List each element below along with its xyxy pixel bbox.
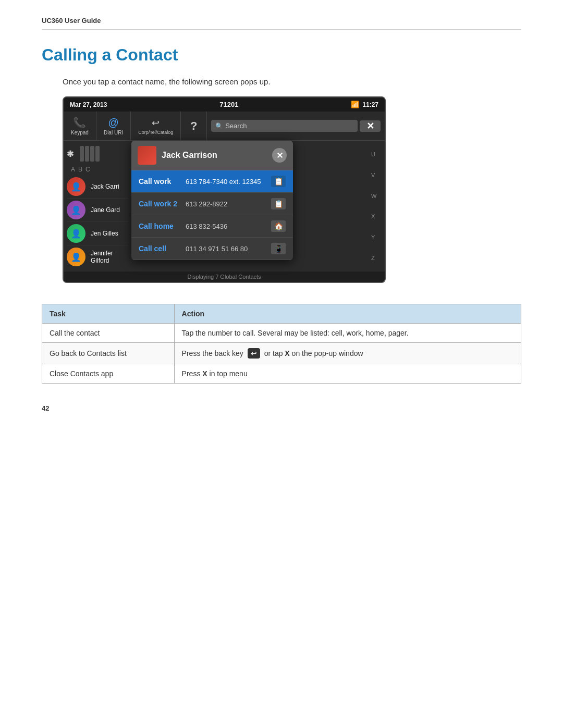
global-contacts-status: Displaying 7 Global Contacts [187, 274, 261, 280]
contacts-icon: ↩ [152, 117, 160, 129]
call-home-btn[interactable]: Call home 613 832-5436 🏠 [131, 215, 293, 238]
nav-search-area: 🔍 Search ✕ [207, 112, 385, 140]
avatar-img: 👤 [67, 177, 85, 196]
contact-row[interactable]: 👤 Jennifer Gilford [67, 245, 128, 268]
nav-contacts-btn[interactable]: ↩ Corp/Tel/Catalog [131, 112, 181, 140]
contact-name[interactable]: Jane Gard [91, 206, 120, 214]
alpha-x: X [371, 213, 383, 219]
phone-icon: 📞 [73, 116, 86, 129]
action-cell-1: Tap the number to call. Several may be l… [174, 324, 521, 343]
right-area: U V W X Y Z don by Jack Gar [131, 141, 385, 272]
task-cell-3: Close Contacts app [42, 364, 175, 384]
at-icon: @ [108, 117, 118, 129]
contact-name[interactable]: Jen Gilles [91, 230, 118, 237]
contact-row[interactable]: 👤 Jane Gard [67, 199, 128, 222]
call-cell-btn[interactable]: Call cell 011 34 971 51 66 80 📱 [131, 238, 293, 260]
table-header-task: Task [42, 304, 175, 324]
call-work-btn[interactable]: Call work 613 784-7340 ext. 12345 📋 [131, 170, 293, 193]
popup-avatar [138, 146, 156, 165]
nav-help-btn[interactable]: ? [181, 112, 207, 140]
device-main-area: ✱ A B C 👤 [64, 141, 385, 272]
asterisk-key: ✱ [67, 149, 74, 159]
contact-popup: Jack Garrison ✕ Call work 613 784-7340 e… [131, 141, 293, 260]
alpha-w: W [371, 193, 383, 199]
call-home-label: Call home [139, 222, 180, 230]
alpha-v: V [371, 172, 383, 178]
action-cell-2: Press the back key ↩ or tap X on the pop… [174, 343, 521, 364]
contact-row[interactable]: 👤 Jen Gilles [67, 222, 128, 245]
avatar-img: 👤 [67, 201, 85, 219]
status-date: Mar 27, 2013 [70, 101, 107, 108]
right-alphabet: U V W X Y Z [369, 141, 385, 272]
call-cell-number: 011 34 971 51 66 80 [186, 245, 266, 253]
nav-contacts-label: Corp/Tel/Catalog [138, 130, 173, 135]
table-row: Close Contacts app Press X in top menu [42, 364, 521, 384]
call-cell-label: Call cell [139, 244, 180, 253]
task-cell-2: Go back to Contacts list [42, 343, 175, 364]
nav-keypad-label: Keypad [71, 130, 89, 135]
work2-phone-icon: 📋 [271, 198, 286, 209]
popup-contact-name: Jack Garrison [162, 151, 267, 160]
device-nav-bar: 📞 Keypad @ Dial URI ↩ Corp/Tel/Catalog ?… [64, 112, 385, 141]
alpha-a: A [71, 166, 75, 173]
popup-close-btn[interactable]: ✕ [272, 148, 287, 163]
bold-x-1: X [285, 349, 289, 357]
info-table: Task Action Call the contact Tap the num… [42, 304, 521, 384]
alphabet-top: A B C [67, 164, 128, 175]
status-right: 📶 11:27 [351, 101, 378, 108]
nav-dial-uri-btn[interactable]: @ Dial URI [96, 112, 131, 140]
search-label: Search [225, 122, 247, 130]
work-phone-icon: 📋 [271, 176, 286, 187]
search-icon: 🔍 [215, 122, 223, 130]
device-status-bar: Mar 27, 2013 71201 📶 11:27 [64, 97, 385, 112]
avatar-img: 👤 [67, 224, 85, 243]
bold-x-2: X [202, 369, 207, 378]
home-phone-icon: 🏠 [271, 220, 286, 232]
alpha-b: B [78, 166, 82, 173]
device-screenshot: Mar 27, 2013 71201 📶 11:27 📞 Keypad @ Di… [63, 96, 386, 283]
page-title: Calling a Contact [42, 45, 521, 65]
call-work2-label: Call work 2 [139, 200, 180, 208]
call-work2-btn[interactable]: Call work 2 613 292-8922 📋 [131, 193, 293, 215]
intro-text: Once you tap a contact name, the followi… [63, 77, 521, 86]
left-panel: ✱ A B C 👤 [64, 141, 131, 272]
action-cell-3: Press X in top menu [174, 364, 521, 384]
contact-name[interactable]: Jack Garri [91, 183, 119, 190]
table-row: Call the contact Tap the number to call.… [42, 324, 521, 343]
alpha-u: U [371, 151, 383, 157]
status-extension: 71201 [219, 101, 238, 108]
table-row: Go back to Contacts list Press the back … [42, 343, 521, 364]
call-work-label: Call work [139, 177, 180, 186]
popup-header: Jack Garrison ✕ [131, 141, 293, 170]
page-number: 42 [42, 404, 521, 412]
nav-keypad-btn[interactable]: 📞 Keypad [64, 112, 96, 140]
cell-phone-icon: 📱 [271, 243, 286, 254]
nav-dial-label: Dial URI [104, 130, 123, 135]
alpha-z: Z [371, 255, 383, 261]
back-key-icon: ↩ [248, 348, 260, 359]
avatar: 👤 [67, 201, 85, 219]
device-status-bottom: Displaying 7 Global Contacts [64, 272, 385, 282]
alpha-y: Y [371, 234, 383, 240]
call-work-number: 613 784-7340 ext. 12345 [186, 178, 266, 186]
avatar-img: 👤 [67, 248, 85, 266]
task-cell-1: Call the contact [42, 324, 175, 343]
contact-name[interactable]: Jennifer Gilford [91, 250, 128, 264]
table-header-action: Action [174, 304, 521, 324]
alpha-c: C [85, 166, 90, 173]
avatar: 👤 [67, 224, 85, 243]
doc-header: UC360 User Guide [42, 16, 521, 30]
search-box[interactable]: 🔍 Search [211, 120, 358, 132]
contact-row[interactable]: 👤 Jack Garri [67, 175, 128, 199]
doc-header-title: UC360 User Guide [42, 17, 101, 24]
call-home-number: 613 832-5436 [186, 223, 266, 230]
question-icon: ? [190, 119, 197, 133]
nav-close-btn[interactable]: ✕ [360, 120, 381, 132]
avatar: 👤 [67, 248, 85, 266]
status-time: 11:27 [362, 101, 378, 108]
call-work2-number: 613 292-8922 [186, 200, 266, 208]
signal-icon: 📶 [351, 101, 359, 108]
avatar: 👤 [67, 177, 85, 196]
